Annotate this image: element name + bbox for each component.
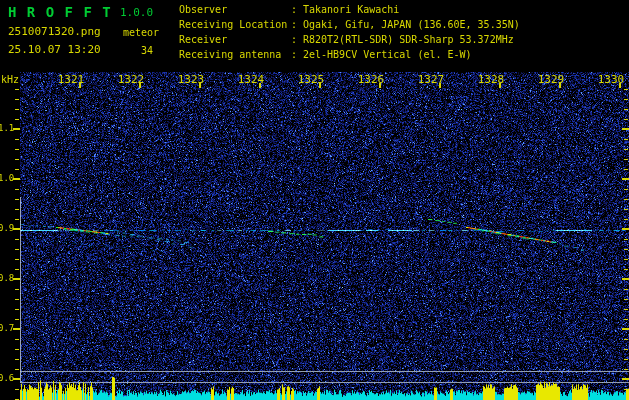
time-tick-label: 1324 (237, 73, 265, 86)
info-colon: : (291, 2, 303, 17)
info-row-receiver: Receiver : R820T2(RTL-SDR) SDR-Sharp 53.… (179, 32, 520, 47)
freq-tick-label: 1.0 (0, 173, 13, 183)
info-row-antenna: Receiving antenna : 2el-HB9CV Vertical (… (179, 47, 520, 62)
time-tick-label: 1325 (297, 73, 325, 86)
echo-count: 34 (141, 45, 153, 56)
info-label: Receiving antenna (179, 47, 291, 62)
info-label: Receiving Location (179, 17, 291, 32)
time-tick-label: 1326 (357, 73, 385, 86)
app-version: 1.0.0 (120, 6, 153, 19)
freq-unit-label: kHz (1, 74, 19, 85)
info-colon: : (291, 47, 303, 62)
info-label: Receiver (179, 32, 291, 47)
observer-info-block: Observer : Takanori Kawachi Receiving Lo… (179, 2, 520, 62)
time-tick-label: 1327 (417, 73, 445, 86)
time-tick-label: 1321 (57, 73, 85, 86)
info-value: R820T2(RTL-SDR) SDR-Sharp 53.372MHz (303, 32, 514, 47)
info-value: Takanori Kawachi (303, 2, 399, 17)
file-name: 2510071320.png (8, 25, 101, 38)
freq-tick-label: 0.7 (0, 323, 13, 333)
info-value: Ogaki, Gifu, JAPAN (136.60E, 35.35N) (303, 17, 520, 32)
time-tick-label: 1322 (117, 73, 145, 86)
info-colon: : (291, 32, 303, 47)
info-value: 2el-HB9CV Vertical (el. E-W) (303, 47, 472, 62)
mode-label: meteor (123, 27, 159, 38)
time-tick-label: 1330 (597, 73, 625, 86)
app-title: H R O F F T (8, 4, 112, 20)
hrofft-window: H R O F F T 1.0.0 2510071320.png meteor … (0, 0, 629, 400)
info-row-observer: Observer : Takanori Kawachi (179, 2, 520, 17)
freq-tick-label: 0.6 (0, 373, 13, 383)
info-row-location: Receiving Location : Ogaki, Gifu, JAPAN … (179, 17, 520, 32)
freq-tick-label: 0.9 (0, 223, 13, 233)
time-tick-label: 1328 (477, 73, 505, 86)
time-tick-label: 1329 (537, 73, 565, 86)
freq-tick-label: 0.8 (0, 273, 13, 283)
datetime-label: 25.10.07 13:20 (8, 43, 101, 56)
freq-tick-label: 1.1 (0, 123, 13, 133)
info-label: Observer (179, 2, 291, 17)
info-colon: : (291, 17, 303, 32)
time-tick-label: 1323 (177, 73, 205, 86)
